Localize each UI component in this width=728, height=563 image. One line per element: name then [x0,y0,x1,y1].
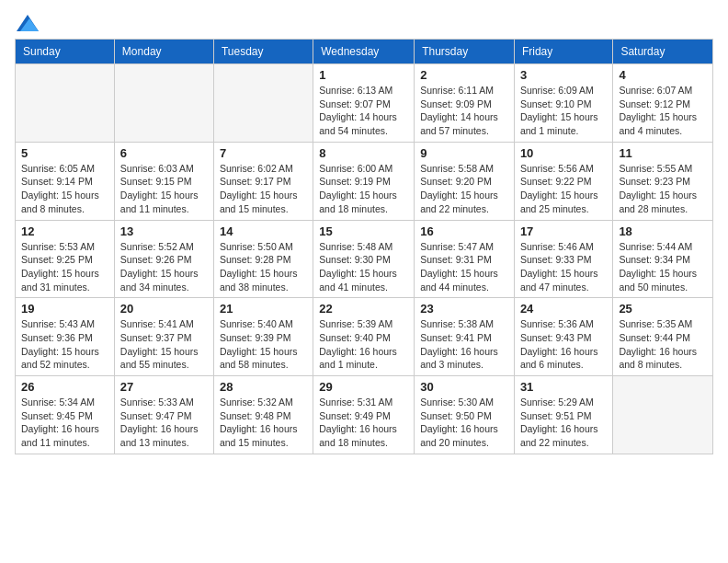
day-info: Sunrise: 5:56 AM Sunset: 9:22 PM Dayligh… [520,162,608,216]
calendar-cell: 29Sunrise: 5:31 AM Sunset: 9:49 PM Dayli… [313,376,415,454]
day-info: Sunrise: 5:36 AM Sunset: 9:43 PM Dayligh… [520,317,608,372]
calendar-cell: 4Sunrise: 6:07 AM Sunset: 9:12 PM Daylig… [613,64,713,143]
day-info: Sunrise: 6:07 AM Sunset: 9:12 PM Dayligh… [619,84,707,138]
day-info: Sunrise: 5:33 AM Sunset: 9:47 PM Dayligh… [120,396,208,450]
weekday-header: Tuesday [213,40,313,64]
day-info: Sunrise: 6:00 AM Sunset: 9:19 PM Dayligh… [319,162,408,216]
day-info: Sunrise: 6:03 AM Sunset: 9:15 PM Dayligh… [120,162,208,216]
day-info: Sunrise: 5:55 AM Sunset: 9:23 PM Dayligh… [619,162,707,216]
day-info: Sunrise: 5:35 AM Sunset: 9:44 PM Dayligh… [619,317,707,372]
day-info: Sunrise: 5:34 AM Sunset: 9:45 PM Dayligh… [21,396,108,450]
day-info: Sunrise: 5:30 AM Sunset: 9:50 PM Dayligh… [420,396,508,450]
day-number: 20 [120,302,208,316]
day-info: Sunrise: 5:32 AM Sunset: 9:48 PM Dayligh… [220,396,307,450]
day-number: 27 [120,380,208,394]
calendar-cell: 17Sunrise: 5:46 AM Sunset: 9:33 PM Dayli… [514,220,613,298]
weekday-header: Sunday [16,40,115,64]
day-number: 6 [120,146,208,160]
day-number: 4 [619,68,707,82]
day-info: Sunrise: 5:39 AM Sunset: 9:40 PM Dayligh… [319,317,408,372]
logo-icon [17,15,39,31]
day-info: Sunrise: 5:38 AM Sunset: 9:41 PM Dayligh… [420,317,508,372]
day-number: 1 [319,68,408,82]
day-info: Sunrise: 5:46 AM Sunset: 9:33 PM Dayligh… [520,240,608,294]
calendar-week-row: 5Sunrise: 6:05 AM Sunset: 9:14 PM Daylig… [16,142,713,220]
day-info: Sunrise: 5:29 AM Sunset: 9:51 PM Dayligh… [520,396,608,450]
calendar-week-row: 26Sunrise: 5:34 AM Sunset: 9:45 PM Dayli… [16,376,713,454]
calendar-cell: 12Sunrise: 5:53 AM Sunset: 9:25 PM Dayli… [16,220,115,298]
calendar-cell: 26Sunrise: 5:34 AM Sunset: 9:45 PM Dayli… [16,376,115,454]
day-number: 22 [319,302,408,316]
calendar-cell [16,64,115,143]
day-number: 21 [220,302,307,316]
day-number: 9 [420,146,508,160]
weekday-header: Monday [114,40,213,64]
day-number: 29 [319,380,408,394]
calendar-cell: 25Sunrise: 5:35 AM Sunset: 9:44 PM Dayli… [613,298,713,376]
calendar-table: SundayMondayTuesdayWednesdayThursdayFrid… [15,39,713,454]
day-number: 18 [619,224,707,238]
calendar-cell: 3Sunrise: 6:09 AM Sunset: 9:10 PM Daylig… [514,64,613,143]
day-info: Sunrise: 6:09 AM Sunset: 9:10 PM Dayligh… [520,84,608,138]
day-number: 31 [520,380,608,394]
day-number: 26 [21,380,108,394]
day-number: 24 [520,302,608,316]
logo [15,15,39,31]
day-info: Sunrise: 5:58 AM Sunset: 9:20 PM Dayligh… [420,162,508,216]
calendar-cell: 6Sunrise: 6:03 AM Sunset: 9:15 PM Daylig… [114,142,213,220]
calendar-cell: 27Sunrise: 5:33 AM Sunset: 9:47 PM Dayli… [114,376,213,454]
weekday-header: Wednesday [313,40,415,64]
day-number: 17 [520,224,608,238]
calendar-cell: 23Sunrise: 5:38 AM Sunset: 9:41 PM Dayli… [415,298,515,376]
calendar-cell: 5Sunrise: 6:05 AM Sunset: 9:14 PM Daylig… [16,142,115,220]
calendar-cell: 16Sunrise: 5:47 AM Sunset: 9:31 PM Dayli… [415,220,515,298]
day-info: Sunrise: 6:02 AM Sunset: 9:17 PM Dayligh… [220,162,307,216]
calendar-week-row: 12Sunrise: 5:53 AM Sunset: 9:25 PM Dayli… [16,220,713,298]
day-info: Sunrise: 5:44 AM Sunset: 9:34 PM Dayligh… [619,240,707,294]
calendar-cell: 18Sunrise: 5:44 AM Sunset: 9:34 PM Dayli… [613,220,713,298]
calendar-cell: 20Sunrise: 5:41 AM Sunset: 9:37 PM Dayli… [114,298,213,376]
calendar-cell: 22Sunrise: 5:39 AM Sunset: 9:40 PM Dayli… [313,298,415,376]
calendar-week-row: 1Sunrise: 6:13 AM Sunset: 9:07 PM Daylig… [16,64,713,143]
day-info: Sunrise: 5:31 AM Sunset: 9:49 PM Dayligh… [319,396,408,450]
day-info: Sunrise: 6:11 AM Sunset: 9:09 PM Dayligh… [420,84,508,138]
day-info: Sunrise: 5:43 AM Sunset: 9:36 PM Dayligh… [21,317,108,372]
day-info: Sunrise: 6:05 AM Sunset: 9:14 PM Dayligh… [21,162,108,216]
day-number: 10 [520,146,608,160]
day-info: Sunrise: 5:52 AM Sunset: 9:26 PM Dayligh… [120,240,208,294]
calendar-cell: 28Sunrise: 5:32 AM Sunset: 9:48 PM Dayli… [213,376,313,454]
day-info: Sunrise: 5:53 AM Sunset: 9:25 PM Dayligh… [21,240,108,294]
day-number: 8 [319,146,408,160]
day-number: 15 [319,224,408,238]
day-number: 7 [220,146,307,160]
calendar-cell: 1Sunrise: 6:13 AM Sunset: 9:07 PM Daylig… [313,64,415,143]
day-number: 12 [21,224,108,238]
weekday-header: Friday [514,40,613,64]
calendar-cell: 30Sunrise: 5:30 AM Sunset: 9:50 PM Dayli… [415,376,515,454]
day-number: 23 [420,302,508,316]
calendar-cell: 13Sunrise: 5:52 AM Sunset: 9:26 PM Dayli… [114,220,213,298]
page-header [15,15,713,31]
day-number: 13 [120,224,208,238]
day-number: 19 [21,302,108,316]
day-number: 5 [21,146,108,160]
weekday-header: Thursday [415,40,515,64]
calendar-cell: 9Sunrise: 5:58 AM Sunset: 9:20 PM Daylig… [415,142,515,220]
day-number: 2 [420,68,508,82]
day-number: 14 [220,224,307,238]
calendar-cell: 19Sunrise: 5:43 AM Sunset: 9:36 PM Dayli… [16,298,115,376]
calendar-header-row: SundayMondayTuesdayWednesdayThursdayFrid… [16,40,713,64]
day-info: Sunrise: 5:41 AM Sunset: 9:37 PM Dayligh… [120,317,208,372]
calendar-cell: 2Sunrise: 6:11 AM Sunset: 9:09 PM Daylig… [415,64,515,143]
day-number: 16 [420,224,508,238]
calendar-week-row: 19Sunrise: 5:43 AM Sunset: 9:36 PM Dayli… [16,298,713,376]
calendar-cell [613,376,713,454]
weekday-header: Saturday [613,40,713,64]
day-info: Sunrise: 5:40 AM Sunset: 9:39 PM Dayligh… [220,317,307,372]
calendar-cell: 11Sunrise: 5:55 AM Sunset: 9:23 PM Dayli… [613,142,713,220]
calendar-cell: 21Sunrise: 5:40 AM Sunset: 9:39 PM Dayli… [213,298,313,376]
day-info: Sunrise: 6:13 AM Sunset: 9:07 PM Dayligh… [319,84,408,138]
day-number: 28 [220,380,307,394]
calendar-cell: 31Sunrise: 5:29 AM Sunset: 9:51 PM Dayli… [514,376,613,454]
calendar-cell [213,64,313,143]
